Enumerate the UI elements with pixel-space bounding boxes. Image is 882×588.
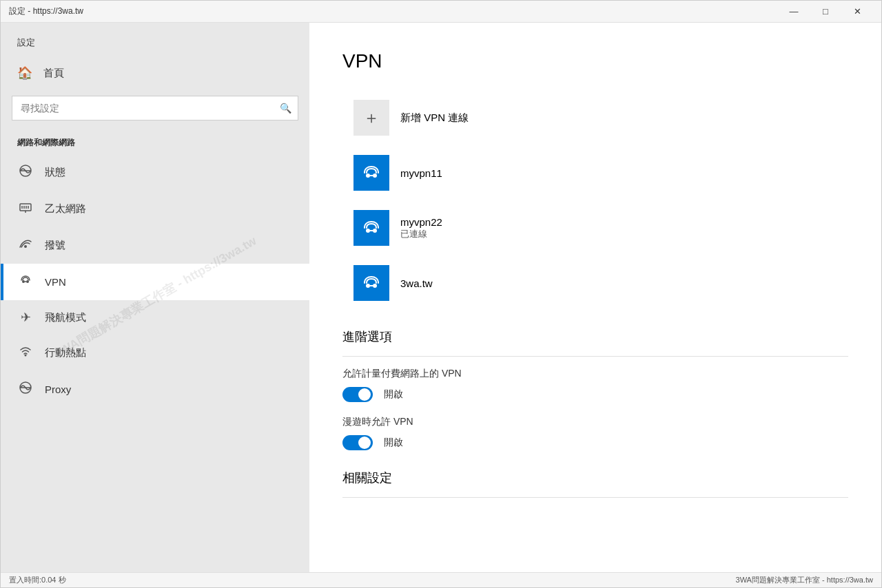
content-area: VPN ＋ 新增 VPN 連線	[309, 23, 881, 572]
ethernet-label: 乙太網路	[45, 202, 86, 216]
toggle2-text: 開啟	[384, 437, 403, 449]
home-icon: 🏠	[17, 65, 32, 81]
bottom-left-text: 置入時間:0.04 秒	[9, 575, 66, 585]
toggle2-row: 開啟	[342, 435, 848, 450]
sidebar-item-home[interactable]: 🏠 首頁	[1, 56, 309, 90]
vpn2-info: myvpn22 已連線	[400, 216, 442, 240]
bottom-bar: 置入時間:0.04 秒 3WA問題解決專業工作室 - https://3wa.t…	[1, 572, 881, 587]
search-icon: 🔍	[280, 103, 291, 114]
sidebar: 設定 🏠 首頁 🔍 網路和網際網路 狀態	[1, 23, 309, 572]
vpn3-icon-box	[353, 265, 389, 301]
vpn-add-icon-box: ＋	[353, 100, 389, 136]
sidebar-item-hotspot[interactable]: 行動熱點	[1, 335, 309, 371]
divider-1	[342, 356, 848, 357]
toggle2[interactable]	[342, 435, 373, 450]
proxy-label: Proxy	[45, 384, 71, 395]
dialup-icon	[17, 237, 34, 254]
search-input[interactable]	[12, 96, 298, 120]
vpn2-name: myvpn22	[400, 216, 442, 228]
toggle1-text: 開啟	[384, 388, 403, 401]
vpn-add-info: 新增 VPN 連線	[400, 112, 469, 125]
vpn-nav-icon	[17, 273, 34, 291]
window: 設定 - https://3wa.tw — □ ✕ 設定 🏠 首頁 🔍 網路和網…	[0, 0, 882, 588]
vpn-nav-label: VPN	[45, 276, 66, 288]
related-section-title: 相關設定	[342, 470, 848, 486]
vpn1-info: myvpn11	[400, 167, 442, 179]
svg-point-8	[24, 245, 27, 248]
dialup-label: 撥號	[45, 239, 65, 252]
sidebar-item-ethernet[interactable]: 乙太網路	[1, 191, 309, 227]
svg-point-16	[373, 174, 377, 178]
vpn3-name: 3wa.tw	[400, 277, 433, 289]
svg-point-15	[366, 174, 370, 178]
bottom-right-text: 3WA問題解決專業工作室 - https://3wa.tw	[736, 575, 873, 585]
vpn1-icon-box	[353, 155, 389, 191]
app-title: 設定	[1, 23, 309, 56]
proxy-icon	[17, 381, 34, 398]
option1-label: 允許計量付費網路上的 VPN	[342, 368, 848, 380]
vpn-add-label: 新增 VPN 連線	[400, 112, 469, 125]
airplane-label: 飛航模式	[45, 311, 86, 324]
vpn1-icon	[360, 162, 382, 184]
toggle1[interactable]	[342, 387, 373, 402]
svg-point-9	[22, 280, 25, 283]
close-button[interactable]: ✕	[841, 1, 873, 23]
vpn-item-1[interactable]: myvpn11	[342, 147, 848, 199]
svg-point-22	[373, 284, 377, 288]
vpn2-icon	[360, 217, 382, 239]
ethernet-icon	[17, 200, 34, 218]
plus-icon: ＋	[363, 107, 380, 129]
divider-2	[342, 497, 848, 498]
home-label: 首頁	[43, 67, 64, 80]
sidebar-item-vpn[interactable]: VPN	[1, 264, 309, 300]
svg-point-12	[25, 355, 27, 357]
status-icon	[17, 164, 34, 181]
title-bar-text: 設定 - https://3wa.tw	[9, 6, 83, 17]
sidebar-item-dialup[interactable]: 撥號	[1, 227, 309, 264]
vpn-item-2[interactable]: myvpn22 已連線	[342, 202, 848, 254]
toggle1-thumb	[358, 388, 371, 401]
hotspot-label: 行動熱點	[45, 346, 86, 359]
maximize-button[interactable]: □	[810, 1, 841, 23]
sidebar-item-airplane[interactable]: ✈ 飛航模式	[1, 300, 309, 335]
vpn1-name: myvpn11	[400, 167, 442, 179]
toggle2-thumb	[358, 437, 371, 449]
vpn-add-item[interactable]: ＋ 新增 VPN 連線	[342, 92, 848, 144]
vpn2-status: 已連線	[400, 228, 442, 240]
minimize-button[interactable]: —	[778, 1, 810, 23]
vpn-item-3[interactable]: 3wa.tw	[342, 257, 848, 309]
svg-point-21	[366, 284, 370, 288]
vpn2-icon-box	[353, 210, 389, 246]
svg-point-19	[373, 229, 377, 233]
option2-label: 漫遊時允許 VPN	[342, 416, 848, 428]
advanced-section-title: 進階選項	[342, 328, 848, 345]
toggle1-row: 開啟	[342, 387, 848, 402]
search-box: 🔍	[12, 96, 298, 120]
title-bar-controls: — □ ✕	[778, 1, 873, 23]
svg-point-10	[26, 280, 29, 283]
sidebar-item-status[interactable]: 狀態	[1, 154, 309, 191]
vpn3-info: 3wa.tw	[400, 277, 433, 289]
title-bar: 設定 - https://3wa.tw — □ ✕	[1, 1, 881, 23]
page-title: VPN	[342, 50, 848, 72]
main-layout: 設定 🏠 首頁 🔍 網路和網際網路 狀態	[1, 23, 881, 572]
status-label: 狀態	[45, 166, 65, 179]
airplane-icon: ✈	[17, 310, 34, 325]
vpn3-icon	[360, 272, 382, 294]
sidebar-item-proxy[interactable]: Proxy	[1, 371, 309, 408]
svg-point-18	[366, 229, 370, 233]
section-label: 網路和網際網路	[1, 132, 309, 154]
hotspot-icon	[17, 344, 34, 361]
